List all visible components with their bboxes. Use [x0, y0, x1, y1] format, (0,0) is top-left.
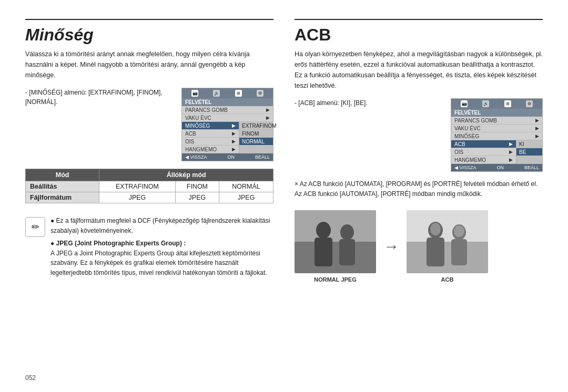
cam-row-vaku-r: VAKU ÉVC▶ — [451, 125, 542, 132]
photo-after-svg — [407, 210, 488, 273]
pencil-icon: ✏ — [32, 221, 39, 233]
cam-footer-right: ◀ VISSZA ON BEÁLL — [451, 164, 542, 171]
cell-finom: FINOM — [175, 181, 219, 192]
note-bullet2: ● JPEG (Joint Photographic Experts Group… — [50, 239, 273, 277]
cell-jpeg3: JPEG — [219, 192, 273, 203]
speaker-icon-left: 🔊 — [213, 90, 220, 97]
svg-point-3 — [316, 222, 331, 239]
photo-after — [407, 210, 488, 273]
table-header-mod: Mód — [26, 169, 99, 181]
footer-beall-left: BEÁLL — [255, 154, 270, 160]
note-jpeg-title: JPEG (Joint Photographic Experts Group) … — [56, 240, 186, 247]
cam-icon-right: 📷 — [461, 100, 468, 107]
table-row-beallitas: Beállítás EXTRAFINOM FINOM NORMÁL — [26, 181, 273, 192]
cam-row-acb-r: ACB▶ — [451, 140, 516, 148]
cell-beallitas-label: Beállítás — [26, 181, 99, 192]
notes-area: ✏ ● Ez a fájlformátum megfelel a DCF (Fé… — [25, 216, 273, 281]
right-menu-area: - [ACB] almenü: [KI], [BE]. 📷 🔊 ⊞ ⚙ FELV… — [295, 98, 543, 172]
sub-ki: KI — [516, 140, 542, 148]
cam-row-acb: ACB▶ — [182, 130, 239, 138]
sub-be: BE — [516, 148, 542, 156]
cam-row-hangmemo: HANGMEMO▶ — [182, 146, 239, 153]
svg-rect-8 — [407, 242, 488, 273]
cell-extrafinom: EXTRAFINOM — [99, 181, 175, 192]
label-acb: ACB — [441, 276, 454, 283]
cam-row-parancs-r: PARANCS GOMB▶ — [451, 117, 542, 125]
photo-before-group: NORMAL JPEG — [295, 210, 376, 283]
footer-beall-right: BEÁLL — [524, 165, 539, 170]
left-section: Minőség Válassza ki a tömörítési arányt … — [25, 19, 273, 376]
notes-text: ● Ez a fájlformátum megfelel a DCF (Fény… — [50, 216, 273, 281]
cam-row-acb-group: ACB▶ OIS▶ HANGMEMO▶ KI BE — [451, 140, 542, 164]
cam-row-parancs: PARANCS GOMB▶ — [182, 106, 273, 114]
mode-icon-right: ⊞ — [504, 100, 511, 107]
camera-menu-title-right: FELVÉTEL — [451, 109, 542, 117]
quality-table: Mód Állókép mód Beállítás EXTRAFINOM FIN… — [25, 169, 273, 203]
cam-row-minoseg: MINŐSÉG▶ — [182, 122, 239, 130]
gear-icon-left: ⚙ — [257, 90, 263, 97]
cell-jpeg2: JPEG — [175, 192, 219, 203]
right-menu-note: - [ACB] almenü: [KI], [BE]. — [295, 98, 445, 108]
cam-footer-left: ◀ VISSZA ON BEÁLL — [182, 153, 273, 161]
camera-menu-title-left: FELVÉTEL — [182, 98, 273, 106]
photo-demo: NORMAL JPEG → — [295, 210, 543, 283]
left-camera-menu: 📷 🔊 ⊞ ⚙ FELVÉTEL PARANCS GOMB▶ VAKU ÉVC▶… — [181, 88, 273, 161]
photo-before — [295, 210, 376, 273]
svg-rect-13 — [451, 239, 467, 265]
footer-on-right: ON — [496, 165, 504, 170]
photo-before-svg — [295, 210, 376, 273]
note-jpeg-body: A JPEG a Joint Photographic Experts Grou… — [50, 250, 267, 276]
left-menu-area: - [MINŐSÉG] almenü: [EXTRAFINOM], [FINOM… — [25, 88, 273, 161]
footer-vissza-left: ◀ VISSZA — [185, 154, 207, 160]
page-number: 052 — [25, 374, 36, 381]
cam-row-minoseg-r: MINŐSÉG▶ — [451, 132, 542, 140]
svg-rect-4 — [315, 238, 332, 266]
star-note: × Az ACB funkció [AUTOMATA], [PROGRAM] é… — [295, 179, 543, 199]
right-section: ACB Ha olyan környezetben fényképez, aho… — [295, 19, 543, 376]
label-normal-jpeg: NORMAL JPEG — [314, 276, 356, 283]
sub-normal: NORMÁL — [239, 138, 273, 145]
gear-icon-right: ⚙ — [526, 100, 533, 107]
cam-row-hangmemo-r: HANGMEMO▶ — [451, 156, 516, 164]
svg-rect-1 — [295, 242, 376, 273]
table-row-fajlformatum: Fájlformátum JPEG JPEG JPEG — [26, 192, 273, 203]
cell-normal: NORMÁL — [219, 181, 273, 192]
svg-rect-9 — [407, 210, 488, 242]
cam-icon-left: 📷 — [191, 90, 198, 97]
svg-rect-2 — [295, 210, 376, 242]
cell-fajlformatum-label: Fájlformátum — [26, 192, 99, 203]
left-menu-note: - [MINŐSÉG] almenü: [EXTRAFINOM], [FINOM… — [25, 88, 176, 107]
camera-menu-header-left: 📷 🔊 ⊞ ⚙ — [182, 88, 273, 98]
cell-jpeg1: JPEG — [99, 192, 175, 203]
sub-finom: FINOM — [239, 130, 273, 138]
footer-on-left: ON — [227, 154, 235, 160]
arrow-right-icon: → — [383, 238, 399, 255]
svg-rect-6 — [339, 239, 355, 265]
top-divider-right — [295, 19, 543, 20]
right-camera-menu: 📷 🔊 ⊞ ⚙ FELVÉTEL PARANCS GOMB▶ VAKU ÉVC▶… — [451, 98, 543, 172]
cam-row-ois-r: OIS▶ — [451, 148, 516, 156]
right-title: ACB — [295, 25, 543, 45]
mode-icon-left: ⊞ — [235, 90, 242, 97]
right-intro: Ha olyan környezetben fényképez, ahol a … — [295, 49, 543, 91]
svg-rect-11 — [427, 238, 444, 266]
svg-point-15 — [454, 225, 464, 237]
note-icon-box: ✏ — [25, 217, 45, 237]
sub-extrafinom: EXTRAFINOM — [239, 122, 273, 130]
left-title: Minőség — [25, 25, 273, 45]
note-bullet1: ● Ez a fájlformátum megfelel a DCF (Fény… — [50, 216, 273, 235]
top-divider-left — [25, 19, 273, 20]
camera-menu-header-right: 📷 🔊 ⊞ ⚙ — [451, 99, 542, 109]
left-intro: Válassza ki a tömörítési arányt annak me… — [25, 49, 273, 80]
cam-row-vaku: VAKU ÉVC▶ — [182, 114, 273, 122]
footer-vissza-right: ◀ VISSZA — [454, 165, 476, 170]
cam-submenu-right: KI BE — [516, 140, 542, 164]
cam-row-minoseg-group: MINŐSÉG▶ ACB▶ OIS▶ HANGMEMO▶ EXTR — [182, 122, 273, 153]
svg-point-5 — [340, 224, 354, 240]
speaker-icon-right: 🔊 — [482, 100, 489, 107]
svg-point-14 — [430, 223, 441, 235]
cam-submenu-left: EXTRAFINOM FINOM NORMÁL — [239, 122, 273, 153]
photo-after-group: ACB — [407, 210, 488, 283]
cam-row-ois: OIS▶ — [182, 138, 239, 146]
table-header-allokep: Állókép mód — [99, 169, 273, 181]
